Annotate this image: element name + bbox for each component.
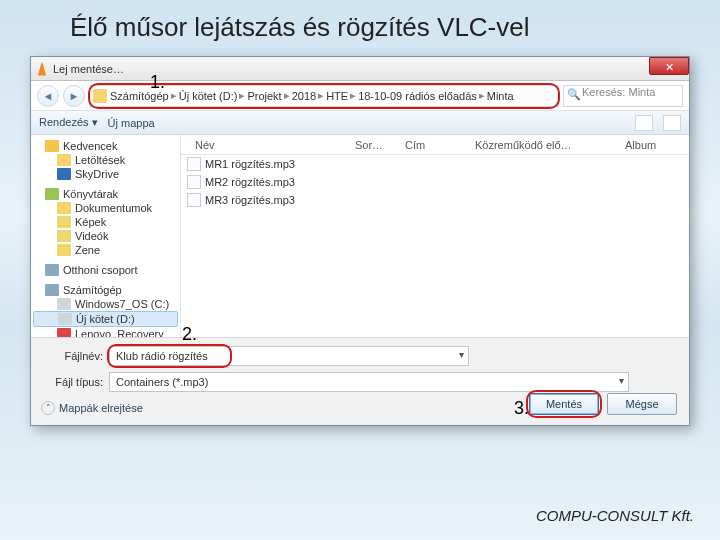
- computer-icon: [45, 284, 59, 296]
- drive-icon: [57, 298, 71, 310]
- nav-forward-button[interactable]: ►: [63, 85, 85, 107]
- crumb[interactable]: Új kötet (D:): [179, 90, 238, 102]
- cloud-icon: [57, 168, 71, 180]
- filetype-select[interactable]: Containers (*.mp3): [109, 372, 629, 392]
- file-list: Név Sor… Cím Közreműködő elő… Album MR1 …: [181, 135, 689, 337]
- tree-homegroup[interactable]: Otthoni csoport: [31, 263, 180, 277]
- callout-3: 3.: [514, 398, 529, 419]
- tree-favorites[interactable]: Kedvencek: [31, 139, 180, 153]
- folder-icon: [57, 216, 71, 228]
- col-title: Cím: [397, 139, 467, 151]
- tree-ddrive[interactable]: Új kötet (D:): [33, 311, 178, 327]
- close-button[interactable]: ✕: [649, 57, 689, 75]
- save-dialog: Lej mentése… ✕ ◄ ► Számítógép▸ Új kötet …: [30, 56, 690, 426]
- window-title: Lej mentése…: [53, 63, 124, 75]
- tree-recovery[interactable]: Lenovo_Recovery: [31, 327, 180, 337]
- titlebar: Lej mentése… ✕: [31, 57, 689, 81]
- hide-folders-button[interactable]: ˄ Mappák elrejtése: [41, 401, 143, 415]
- crumb[interactable]: HTE: [326, 90, 348, 102]
- crumb[interactable]: Minta: [487, 90, 514, 102]
- audio-file-icon: [187, 193, 201, 207]
- folder-icon: [57, 202, 71, 214]
- col-name: Név: [187, 139, 347, 151]
- audio-file-icon: [187, 157, 201, 171]
- nav-back-button[interactable]: ◄: [37, 85, 59, 107]
- drive-icon: [57, 328, 71, 337]
- crumb[interactable]: 18-10-09 rádiós előadás: [358, 90, 477, 102]
- col-artists: Közreműködő elő…: [467, 139, 617, 151]
- file-row[interactable]: MR2 rögzítés.mp3: [181, 173, 689, 191]
- organize-menu[interactable]: Rendezés ▾: [39, 116, 98, 129]
- file-row[interactable]: MR3 rögzítés.mp3: [181, 191, 689, 209]
- tree-documents[interactable]: Dokumentumok: [31, 201, 180, 215]
- tree-music[interactable]: Zene: [31, 243, 180, 257]
- filename-input[interactable]: Klub rádió rögzítés: [109, 346, 469, 366]
- tree-videos[interactable]: Videók: [31, 229, 180, 243]
- crumb[interactable]: Projekt: [247, 90, 281, 102]
- cancel-button[interactable]: Mégse: [607, 393, 677, 415]
- save-button[interactable]: Mentés: [529, 393, 599, 415]
- library-icon: [45, 188, 59, 200]
- search-input[interactable]: Keresés: Minta: [563, 85, 683, 107]
- vlc-icon: [35, 62, 49, 76]
- tree-skydrive[interactable]: SkyDrive: [31, 167, 180, 181]
- folder-icon: [93, 89, 107, 103]
- crumb[interactable]: 2018: [292, 90, 316, 102]
- callout-2: 2.: [182, 324, 197, 345]
- col-num: Sor…: [347, 139, 397, 151]
- tree-pictures[interactable]: Képek: [31, 215, 180, 229]
- dialog-bottom: Fájlnév: Klub rádió rögzítés Fájl típus:…: [31, 337, 689, 425]
- toolbar: Rendezés ▾ Új mappa: [31, 111, 689, 135]
- folder-icon: [57, 244, 71, 256]
- new-folder-button[interactable]: Új mappa: [108, 117, 155, 129]
- star-icon: [45, 140, 59, 152]
- help-button[interactable]: [663, 115, 681, 131]
- view-button[interactable]: [635, 115, 653, 131]
- col-album: Album: [617, 139, 664, 151]
- tree-libraries[interactable]: Könyvtárak: [31, 187, 180, 201]
- nav-tree: Kedvencek Letöltések SkyDrive Könyvtárak…: [31, 135, 181, 337]
- tree-cdrive[interactable]: Windows7_OS (C:): [31, 297, 180, 311]
- drive-icon: [58, 313, 72, 325]
- file-row[interactable]: MR1 rögzítés.mp3: [181, 155, 689, 173]
- nav-row: ◄ ► Számítógép▸ Új kötet (D:)▸ Projekt▸ …: [31, 81, 689, 111]
- audio-file-icon: [187, 175, 201, 189]
- column-headers[interactable]: Név Sor… Cím Közreműködő elő… Album: [181, 135, 689, 155]
- folder-icon: [57, 154, 71, 166]
- filename-label: Fájlnév:: [41, 350, 103, 362]
- chevron-up-icon: ˄: [41, 401, 55, 415]
- slide-title: Élő műsor lejátszás és rögzítés VLC-vel: [0, 0, 720, 51]
- callout-1: 1.: [150, 72, 165, 93]
- tree-computer[interactable]: Számítógép: [31, 283, 180, 297]
- filetype-label: Fájl típus:: [41, 376, 103, 388]
- folder-icon: [57, 230, 71, 242]
- tree-downloads[interactable]: Letöltések: [31, 153, 180, 167]
- homegroup-icon: [45, 264, 59, 276]
- slide-footer: COMPU-CONSULT Kft.: [536, 507, 694, 524]
